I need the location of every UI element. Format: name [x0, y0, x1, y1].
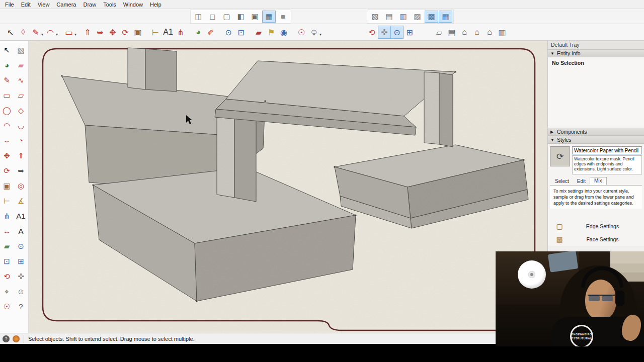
add-location-tool-icon[interactable]: ⚑: [265, 26, 278, 39]
lt-paint-bucket-icon[interactable]: ◕: [1, 59, 13, 71]
lt-eraser-icon[interactable]: ▰: [15, 59, 27, 71]
lt-tape-measure-icon[interactable]: ⊢: [1, 195, 13, 207]
rotate-tool-icon[interactable]: ⟳: [119, 26, 132, 39]
lt-circle-icon[interactable]: ◯: [1, 104, 13, 117]
text-tool-icon[interactable]: A1: [162, 26, 175, 39]
lt-rotated-rectangle-icon[interactable]: ▱: [15, 89, 27, 102]
dropdown-arrow-icon[interactable]: ▾: [41, 32, 43, 37]
select-tool-icon[interactable]: ↖: [4, 26, 17, 39]
shaded-icon[interactable]: ▣: [248, 11, 262, 23]
lt-three-point-arc-icon[interactable]: ⌣: [1, 134, 13, 147]
styles-header[interactable]: ▼ Styles: [548, 136, 644, 144]
menu-tools[interactable]: Tools: [100, 1, 120, 8]
lt-orbit-icon[interactable]: ⟲: [1, 270, 13, 283]
style-thumbnail[interactable]: ⟳: [550, 146, 570, 166]
lt-rectangle-icon[interactable]: ▭: [1, 89, 13, 102]
lt-axes-icon[interactable]: ⋔: [1, 210, 13, 222]
lt-section-plane-icon[interactable]: ▰: [1, 240, 13, 252]
wireframe-icon[interactable]: ▢: [220, 11, 233, 23]
extension-warehouse-icon[interactable]: ⌂: [483, 26, 496, 39]
style-description[interactable]: Watercolor texture mask. Pencil edges wi…: [572, 155, 642, 174]
face-settings-row[interactable]: ▩ Face Settings: [550, 233, 642, 246]
zoom-extents-tool-icon[interactable]: ⊞: [403, 26, 416, 39]
hidden-line-icon[interactable]: ◧: [234, 11, 248, 23]
scale-tool-icon[interactable]: ▣: [131, 26, 144, 39]
home-icon[interactable]: ⌂: [458, 26, 471, 39]
lt-arc-icon[interactable]: ◠: [1, 119, 13, 132]
menu-draw[interactable]: Draw: [79, 1, 100, 8]
menu-view[interactable]: View: [34, 1, 53, 8]
tab-edit[interactable]: Edit: [573, 178, 590, 185]
lt-position-camera-icon[interactable]: ⌖: [1, 285, 13, 298]
lt-line-icon[interactable]: ✎: [1, 74, 13, 86]
look-around-tool-icon[interactable]: ☉: [295, 26, 308, 39]
lt-walk-icon[interactable]: ☺: [15, 285, 27, 298]
dropdown-arrow-icon[interactable]: ▾: [56, 32, 58, 37]
materials-browser-icon[interactable]: ▤: [445, 26, 458, 39]
zoom-tool-2-icon[interactable]: ⊙: [390, 26, 404, 39]
back-edges-icon[interactable]: ◻: [206, 11, 219, 23]
lt-two-point-arc-icon[interactable]: ◡: [15, 119, 27, 132]
lt-text-icon[interactable]: A1: [15, 210, 27, 222]
lt-protractor-icon[interactable]: ∡: [15, 195, 27, 207]
lt-offset-icon[interactable]: ◎: [15, 179, 27, 192]
geolocation-icon[interactable]: [13, 335, 20, 342]
front-view-icon[interactable]: ▥: [396, 11, 410, 23]
lt-freehand-icon[interactable]: ∿: [15, 74, 27, 86]
lt-pan-icon[interactable]: ✜: [15, 270, 27, 283]
tape-measure-tool-icon[interactable]: ⊢: [149, 26, 162, 39]
back-view-icon[interactable]: ▩: [425, 11, 438, 23]
axes-tool-icon[interactable]: ⋔: [174, 26, 187, 39]
lt-help-icon[interactable]: ?: [15, 300, 27, 313]
right-view-icon[interactable]: ▨: [411, 11, 424, 23]
lt-dimension-icon[interactable]: ↔: [1, 225, 13, 237]
eraser-tool-icon[interactable]: ◊: [17, 26, 30, 39]
lt-follow-me-icon[interactable]: ➥: [15, 164, 27, 177]
lt-look-around-icon[interactable]: ☉: [1, 300, 13, 313]
push-pull-tool-icon[interactable]: ⇑: [81, 26, 94, 39]
lt-move-icon[interactable]: ✥: [1, 149, 13, 162]
lt-rotate-icon[interactable]: ⟳: [1, 164, 13, 177]
tab-select[interactable]: Select: [551, 178, 573, 185]
model-canvas[interactable]: [29, 41, 547, 333]
style-name-input[interactable]: [572, 146, 642, 154]
pan-tool-icon[interactable]: ✜: [378, 26, 391, 39]
lt-push-pull-icon[interactable]: ⇑: [15, 149, 27, 162]
lt-select-icon[interactable]: ↖: [1, 44, 13, 56]
entity-info-header[interactable]: ▼ Entity Info: [548, 49, 644, 57]
lt-zoom-extents-icon[interactable]: ⊞: [15, 255, 27, 267]
sample-paint-tool-icon[interactable]: ✐: [204, 26, 217, 39]
menu-camera[interactable]: Camera: [53, 1, 79, 8]
trays-icon[interactable]: ▥: [496, 26, 509, 39]
left-view-icon[interactable]: ▦: [439, 11, 452, 23]
lt-zoom-icon[interactable]: ⊙: [15, 240, 27, 252]
lt-polygon-icon[interactable]: ◇: [15, 104, 27, 117]
menu-help[interactable]: Help: [146, 1, 165, 8]
help-icon[interactable]: ?: [3, 335, 10, 342]
lt-pie-icon[interactable]: ◔: [15, 134, 27, 147]
components-header[interactable]: ▶ Components: [548, 128, 644, 136]
section-display-icon[interactable]: ▱: [433, 26, 446, 39]
menu-window[interactable]: Window: [120, 1, 146, 8]
tab-mix[interactable]: Mix: [590, 177, 607, 185]
xray-mode-icon[interactable]: ◫: [192, 11, 205, 23]
walk-avatar-icon[interactable]: ☺: [307, 26, 320, 39]
shaded-with-textures-icon[interactable]: ▦: [262, 11, 276, 23]
iso-view-icon[interactable]: ▧: [368, 11, 382, 23]
orbit-tool-icon[interactable]: ⟲: [365, 26, 378, 39]
top-view-icon[interactable]: ▤: [382, 11, 396, 23]
warehouse-icon[interactable]: ⌂: [470, 26, 484, 39]
menu-edit[interactable]: Edit: [18, 1, 34, 8]
lt-scale-icon[interactable]: ▣: [1, 179, 13, 192]
arc-tool-icon[interactable]: ◠: [44, 26, 57, 39]
lt-3d-text-icon[interactable]: A: [15, 225, 27, 237]
lt-zoom-window-icon[interactable]: ⊡: [1, 255, 13, 267]
edge-settings-row[interactable]: ▢ Edge Settings: [550, 220, 642, 233]
move-tool-icon[interactable]: ✥: [106, 26, 119, 39]
zoom-tool-icon[interactable]: ⊙: [222, 26, 235, 39]
geo-model-tool-icon[interactable]: ◉: [277, 26, 290, 39]
zoom-window-tool-icon[interactable]: ⊡: [234, 26, 248, 39]
monochrome-icon[interactable]: ■: [276, 11, 290, 23]
paint-bucket-tool-icon[interactable]: ◕: [192, 26, 205, 39]
rectangle-tool-icon[interactable]: ▭: [62, 26, 75, 39]
